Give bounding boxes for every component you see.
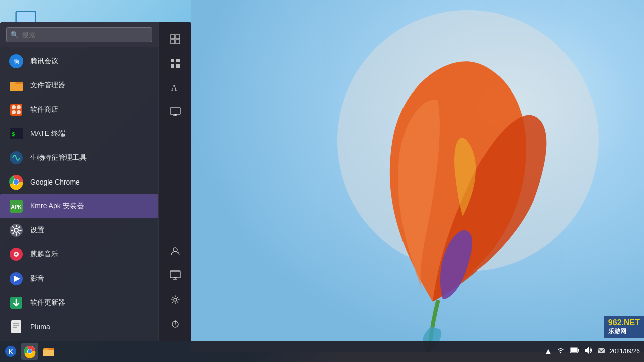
- power-icon: [170, 318, 181, 329]
- tray-date: 2021/09/26: [610, 348, 640, 355]
- svg-point-47: [173, 248, 177, 252]
- chrome-taskbar-icon: [23, 345, 36, 358]
- app-icon-file-manager: [8, 77, 24, 94]
- app-item-mate-terminal[interactable]: $_ MATE 终端: [0, 122, 158, 146]
- svg-rect-41: [176, 64, 180, 68]
- tray-volume[interactable]: [584, 346, 593, 357]
- app-name-kmre-apk: Kmre Apk 安装器: [30, 202, 84, 211]
- app-name-software-updater: 软件更新器: [30, 298, 65, 307]
- app-name-kylin-music: 麒麟音乐: [30, 250, 58, 259]
- font-icon: A: [170, 82, 181, 93]
- app-item-video[interactable]: 影音: [0, 266, 158, 291]
- quick-panel: A: [158, 22, 191, 341]
- app-item-settings[interactable]: 设置: [0, 218, 158, 242]
- svg-rect-43: [170, 108, 180, 114]
- app-name-tencent-meeting: 腾讯会议: [30, 57, 58, 66]
- search-bar: 🔍: [0, 22, 158, 47]
- svg-text:腾: 腾: [13, 58, 19, 65]
- app-icon-software-store: [8, 102, 24, 118]
- gear-button[interactable]: [164, 289, 186, 311]
- svg-text:APK: APK: [11, 204, 22, 210]
- app-icon-settings: [8, 222, 24, 238]
- svg-rect-9: [10, 104, 22, 116]
- font-button[interactable]: A: [164, 76, 186, 99]
- monitor-button[interactable]: [164, 264, 186, 287]
- app-item-kylin-music[interactable]: 麒麟音乐: [0, 242, 158, 266]
- app-icon-bio-tool: [8, 150, 24, 166]
- app-item-kmre-apk[interactable]: APK Kmre Apk 安装器: [0, 194, 158, 218]
- svg-text:K: K: [9, 348, 13, 355]
- svg-rect-36: [171, 40, 175, 44]
- app-item-bio-tool[interactable]: 生物特征管理工具: [0, 146, 158, 170]
- svg-point-26: [15, 253, 17, 255]
- tray-wifi[interactable]: [556, 346, 566, 357]
- grid-icon: [170, 58, 181, 69]
- start-menu: 🔍 腾 腾讯会议 文件管理器 软件商店 $_ MATE 终端 生物特征管理工具 …: [0, 22, 191, 341]
- svg-rect-39: [176, 59, 180, 62]
- svg-rect-38: [171, 59, 174, 62]
- file-manager-taskbar-icon: [42, 345, 55, 358]
- tray-battery[interactable]: [570, 347, 580, 356]
- user-icon: [170, 246, 181, 257]
- expand-icon: [170, 34, 181, 45]
- app-item-file-manager[interactable]: 文件管理器: [0, 73, 158, 98]
- app-name-file-manager: 文件管理器: [30, 81, 65, 90]
- watermark-line1: 962.NET: [608, 318, 640, 327]
- svg-rect-63: [578, 349, 579, 352]
- taskbar: K ▲: [0, 341, 644, 362]
- gear-icon: [170, 294, 181, 305]
- app-item-google-chrome[interactable]: Google Chrome: [0, 170, 158, 194]
- taskbar-apps: K: [0, 343, 57, 360]
- app-icon-tencent-meeting: 腾: [8, 53, 24, 69]
- svg-point-11: [17, 105, 21, 109]
- app-icon-google-chrome: [8, 174, 24, 190]
- watermark-line2: 乐游网: [608, 327, 640, 336]
- taskbar-file-manager[interactable]: [40, 343, 57, 360]
- taskbar-tray: ▲: [544, 346, 644, 357]
- grid-view-button[interactable]: [164, 52, 186, 74]
- svg-point-12: [12, 110, 16, 114]
- desktop-wallpaper: [191, 0, 644, 352]
- watermark: 962.NET 乐游网: [604, 316, 644, 338]
- svg-marker-65: [585, 347, 589, 354]
- app-name-pluma: Pluma: [30, 323, 50, 331]
- app-icon-mate-terminal: $_: [8, 126, 24, 142]
- svg-rect-61: [43, 350, 54, 356]
- expand-button[interactable]: [164, 28, 186, 50]
- tray-notification[interactable]: [597, 346, 606, 357]
- taskbar-kylin-assistant[interactable]: K: [2, 343, 19, 360]
- svg-point-10: [12, 105, 16, 109]
- tray-up-arrow[interactable]: ▲: [544, 347, 552, 356]
- app-item-software-store[interactable]: 软件商店: [0, 98, 158, 122]
- app-name-settings: 设置: [30, 226, 44, 235]
- svg-point-59: [28, 349, 32, 353]
- search-input[interactable]: [6, 27, 152, 42]
- app-item-pluma[interactable]: Pluma: [0, 315, 158, 339]
- svg-point-13: [17, 110, 21, 114]
- power-button[interactable]: [164, 313, 186, 335]
- svg-rect-35: [176, 35, 180, 39]
- user-button[interactable]: [164, 240, 186, 262]
- app-icon-video: [8, 270, 24, 287]
- monitor-icon: [170, 270, 181, 281]
- svg-rect-40: [171, 64, 174, 68]
- app-icon-software-updater: [8, 295, 24, 311]
- screen-button[interactable]: [164, 101, 186, 123]
- svg-text:$_: $_: [12, 131, 19, 137]
- svg-rect-3: [17, 12, 35, 23]
- svg-text:A: A: [171, 83, 177, 92]
- app-list: 腾 腾讯会议 文件管理器 软件商店 $_ MATE 终端 生物特征管理工具 Go…: [0, 47, 158, 341]
- svg-rect-34: [171, 35, 175, 39]
- screen-icon: [170, 106, 181, 117]
- app-icon-kmre-apk: APK: [8, 198, 24, 214]
- svg-point-19: [14, 179, 19, 185]
- app-name-mate-terminal: MATE 终端: [30, 129, 65, 138]
- kylin-icon: K: [4, 345, 17, 358]
- app-name-bio-tool: 生物特征管理工具: [30, 153, 87, 162]
- svg-rect-64: [571, 348, 577, 352]
- app-item-software-updater[interactable]: 软件更新器: [0, 291, 158, 315]
- app-icon-kylin-music: [8, 246, 24, 262]
- svg-point-52: [174, 298, 177, 301]
- taskbar-chrome[interactable]: [21, 343, 38, 360]
- app-item-tencent-meeting[interactable]: 腾 腾讯会议: [0, 49, 158, 73]
